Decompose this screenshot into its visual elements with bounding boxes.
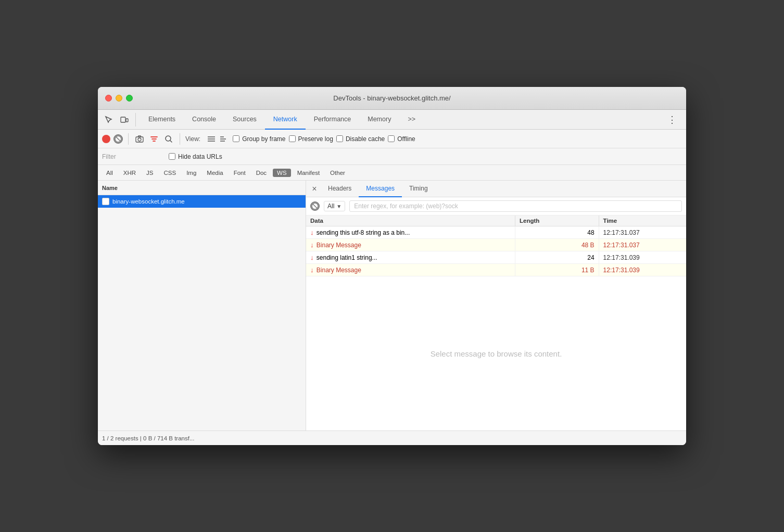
row2-data: ↓ Binary Message [306, 239, 515, 251]
maximize-button[interactable] [126, 95, 133, 102]
close-detail-button[interactable]: × [308, 183, 321, 195]
group-by-frame-toggle[interactable]: Group by frame [233, 135, 285, 143]
row3-time: 12:17:31.039 [599, 251, 686, 264]
type-btn-img[interactable]: Img [182, 169, 200, 177]
type-filter-bar: All XHR JS CSS Img Media Font Doc WS Man… [98, 165, 686, 181]
tab-timing[interactable]: Timing [402, 181, 435, 197]
tab-network[interactable]: Network [265, 110, 306, 130]
device-icon[interactable] [118, 113, 131, 126]
messages-filter: All ▼ [306, 197, 686, 216]
table-header-row: Data Length Time [306, 216, 686, 226]
close-button[interactable] [105, 95, 112, 102]
view-label: View: [185, 135, 200, 143]
filter-select[interactable]: All ▼ [324, 201, 345, 211]
main-tabs: Elements Console Sources Network Perform… [140, 110, 663, 130]
table-row[interactable]: ↓ sending latin1 string... 24 12:17:31.0… [306, 251, 686, 264]
preserve-log-toggle[interactable]: Preserve log [289, 135, 333, 143]
preserve-log-checkbox[interactable] [289, 135, 296, 142]
camera-icon[interactable] [134, 133, 145, 145]
tabs-bar: Elements Console Sources Network Perform… [98, 110, 686, 130]
table-row[interactable]: ↓ Binary Message 11 B 12:17:31.039 [306, 264, 686, 276]
offline-label: Offline [397, 135, 415, 143]
filter-icon[interactable] [148, 133, 160, 145]
table-row[interactable]: ↓ Binary Message 48 B 12:17:31.037 [306, 239, 686, 251]
row2-length: 48 B [515, 239, 599, 251]
window-title: DevTools - binary-websocket.glitch.me/ [333, 94, 450, 102]
network-toolbar: View: Group by frame [98, 130, 686, 148]
messages-tbody: ↓ sending this utf-8 string as a bin... … [306, 226, 686, 276]
list-view-icon[interactable] [206, 133, 217, 145]
request-name: binary-websocket.glitch.me [112, 198, 185, 205]
minimize-button[interactable] [116, 95, 122, 102]
offline-toggle[interactable]: Offline [388, 135, 415, 143]
hide-data-urls-checkbox[interactable] [169, 153, 175, 160]
header-length: Length [515, 216, 599, 226]
row3-data: ↓ sending latin1 string... [306, 251, 515, 264]
requests-list: binary-websocket.glitch.me [98, 195, 306, 430]
row3-length: 24 [515, 251, 599, 264]
tab-memory[interactable]: Memory [359, 110, 399, 130]
row1-data: ↓ sending this utf-8 string as a bin... [306, 226, 515, 239]
tab-sources[interactable]: Sources [224, 110, 265, 130]
disable-cache-checkbox[interactable] [336, 135, 343, 142]
empty-message-text: Select message to browse its content. [431, 349, 562, 358]
devtools-window: DevTools - binary-websocket.glitch.me/ E… [98, 87, 686, 445]
more-options[interactable]: ⋮ [663, 114, 682, 125]
disable-cache-label: Disable cache [346, 135, 385, 143]
arrow-down-icon: ↓ [310, 266, 314, 274]
type-btn-doc[interactable]: Doc [252, 169, 271, 177]
offline-checkbox[interactable] [388, 135, 395, 142]
type-btn-ws[interactable]: WS [273, 169, 291, 177]
header-data: Data [306, 216, 515, 226]
type-btn-js[interactable]: JS [142, 169, 157, 177]
tab-more[interactable]: >> [399, 110, 424, 130]
tab-headers[interactable]: Headers [321, 181, 359, 197]
inspect-icon[interactable] [102, 113, 116, 126]
search-icon[interactable] [163, 133, 174, 145]
row1-time: 12:17:31.037 [599, 226, 686, 239]
empty-message-area: Select message to browse its content. [306, 276, 686, 430]
svg-rect-0 [121, 117, 125, 122]
tab-console[interactable]: Console [184, 110, 224, 130]
traffic-lights [105, 95, 133, 102]
type-btn-font[interactable]: Font [230, 169, 250, 177]
header-time: Time [599, 216, 686, 226]
svg-line-3 [116, 137, 120, 141]
type-btn-manifest[interactable]: Manifest [293, 169, 324, 177]
filter-input[interactable] [102, 153, 165, 160]
details-tabs: × Headers Messages Timing [306, 181, 686, 197]
table-row[interactable]: ↓ sending this utf-8 string as a bin... … [306, 226, 686, 239]
tab-messages[interactable]: Messages [359, 181, 402, 197]
type-btn-other[interactable]: Other [326, 169, 349, 177]
tab-performance[interactable]: Performance [306, 110, 360, 130]
hide-data-urls-toggle[interactable]: Hide data URLs [169, 153, 222, 160]
row4-time: 12:17:31.039 [599, 264, 686, 276]
requests-panel: Name binary-websocket.glitch.me [98, 181, 306, 430]
type-btn-xhr[interactable]: XHR [119, 169, 140, 177]
requests-column-header: Name [98, 181, 306, 195]
view-toggle [206, 133, 230, 145]
regex-filter-input[interactable] [349, 200, 682, 212]
messages-table-container: Data Length Time ↓ sending this utf-8 st… [306, 216, 686, 276]
block-icon [310, 201, 320, 211]
kebab-menu-icon[interactable]: ⋮ [667, 114, 678, 125]
group-by-frame-label: Group by frame [242, 135, 285, 143]
arrow-down-icon: ↓ [310, 229, 314, 236]
record-button[interactable] [102, 135, 110, 143]
group-by-frame-checkbox[interactable] [233, 135, 239, 142]
type-btn-css[interactable]: CSS [159, 169, 180, 177]
clear-icon[interactable] [113, 134, 123, 144]
request-icon [102, 198, 109, 205]
type-btn-all[interactable]: All [102, 169, 117, 177]
filter-select-label: All [327, 202, 334, 210]
details-panel: × Headers Messages Timing All ▼ [306, 181, 686, 430]
type-btn-media[interactable]: Media [203, 169, 227, 177]
svg-line-15 [313, 204, 317, 208]
disable-cache-toggle[interactable]: Disable cache [336, 135, 385, 143]
request-item[interactable]: binary-websocket.glitch.me [98, 195, 306, 208]
svg-line-7 [170, 141, 172, 142]
separator2 [180, 133, 180, 145]
waterfall-view-icon[interactable] [218, 133, 230, 145]
main-content: Name binary-websocket.glitch.me × Header… [98, 181, 686, 430]
tab-elements[interactable]: Elements [140, 110, 184, 130]
